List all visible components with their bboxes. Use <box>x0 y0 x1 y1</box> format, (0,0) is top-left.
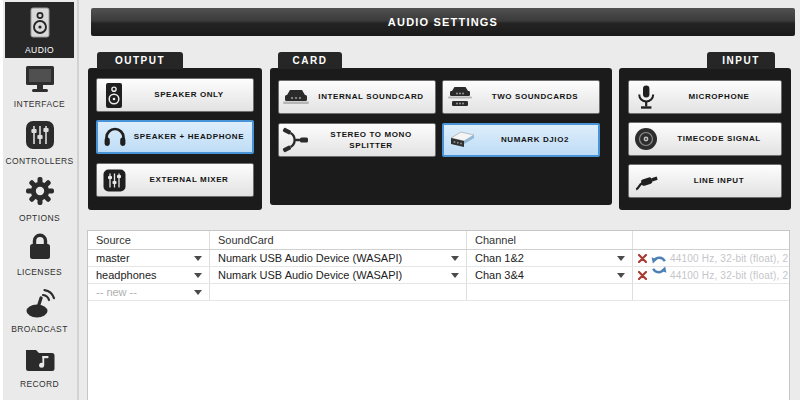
vinyl-icon <box>629 126 663 152</box>
stream-format-text: 44100 Hz, 32-bit (float), 2 <box>670 270 788 281</box>
sidebar-item-label: RECORD <box>20 380 59 389</box>
gear-icon <box>23 174 57 212</box>
table-row-new: -- new -- <box>88 284 789 301</box>
sidebar-item-record[interactable]: RECORD <box>5 338 74 394</box>
chevron-down-icon[interactable] <box>194 273 202 278</box>
sidebar-item-interface[interactable]: INTERFACE <box>5 58 74 114</box>
page-title-text: AUDIO SETTINGS <box>388 16 498 28</box>
line-plug-icon <box>629 170 663 192</box>
settings-sidebar: AUDIO INTERFACE <box>0 0 79 400</box>
delete-row-icon[interactable] <box>638 271 647 280</box>
audio-routing-table: Source SoundCard Channel master Numark U… <box>87 230 790 400</box>
usb-audio-device-icon <box>444 128 478 152</box>
input-panel: MICROPHONE TIMECODE SIGNAL LINE INPUT <box>619 68 791 210</box>
tab-label: OUTPUT <box>115 55 165 66</box>
tab-label: CARD <box>293 55 328 66</box>
table-row: headphones Numark USB Audio Device (WASA… <box>88 267 789 284</box>
stereo-mono-splitter-button[interactable]: STEREO TO MONO SPLITTER <box>278 123 436 157</box>
stream-format-text: 44100 Hz, 32-bit (float), 2 <box>670 253 788 264</box>
button-label: LINE INPUT <box>663 175 781 186</box>
column-header-source: Source <box>88 231 210 249</box>
column-header-soundcard: SoundCard <box>210 231 467 249</box>
table-header-row: Source SoundCard Channel <box>88 231 789 250</box>
channel-select[interactable]: Chan 3&4 <box>467 267 633 283</box>
splitter-cable-icon <box>279 127 313 153</box>
chevron-down-icon[interactable] <box>194 256 202 261</box>
speaker-headphone-button[interactable]: SPEAKER + HEADPHONE <box>96 120 254 154</box>
sliders-icon <box>24 119 56 155</box>
sidebar-item-label: BROADCAST <box>11 325 68 334</box>
sidebar-item-label: CONTROLLERS <box>5 157 73 166</box>
button-label: TIMECODE SIGNAL <box>663 133 781 144</box>
sidebar-item-controllers[interactable]: CONTROLLERS <box>5 114 74 170</box>
source-select[interactable]: headphones <box>88 267 210 283</box>
tab-label: INPUT <box>722 55 760 66</box>
refresh-soundcard-icon[interactable] <box>649 255 669 279</box>
column-header-status <box>633 231 789 249</box>
card-panel: INTERNAL SOUNDCARD TWO SOUNDCARDS STEREO <box>270 68 612 205</box>
new-source-select[interactable]: -- new -- <box>88 284 210 300</box>
column-header-channel: Channel <box>467 231 633 249</box>
internal-soundcard-button[interactable]: INTERNAL SOUNDCARD <box>278 80 436 114</box>
sidebar-item-broadcast[interactable]: BROADCAST <box>5 282 74 338</box>
sidebar-item-label: AUDIO <box>25 46 54 55</box>
soundcard-select[interactable]: Numark USB Audio Device (WASAPI) <box>210 250 467 266</box>
chevron-down-icon[interactable] <box>451 256 459 261</box>
button-label: MICROPHONE <box>663 91 781 102</box>
timecode-signal-button[interactable]: TIMECODE SIGNAL <box>628 122 782 156</box>
delete-row-icon[interactable] <box>638 254 647 263</box>
antenna-icon <box>22 287 58 323</box>
channel-select[interactable]: Chan 1&2 <box>467 250 633 266</box>
microphone-button[interactable]: MICROPHONE <box>628 80 782 114</box>
button-label: INTERNAL SOUNDCARD <box>313 91 435 102</box>
external-mixer-button[interactable]: EXTERNAL MIXER <box>96 163 254 197</box>
sidebar-item-audio[interactable]: AUDIO <box>5 2 74 58</box>
sidebar-item-label: INTERFACE <box>14 100 65 109</box>
sidebar-item-label: OPTIONS <box>19 214 60 223</box>
speaker-icon <box>97 82 131 109</box>
section-tab-input: INPUT <box>707 52 775 69</box>
numark-djio2-button[interactable]: NUMARK DJIO2 <box>442 123 600 157</box>
sidebar-item-options[interactable]: OPTIONS <box>5 170 74 226</box>
folder-music-icon <box>23 344 57 378</box>
soundcard-icon <box>279 86 313 108</box>
lock-icon <box>25 231 55 266</box>
chevron-down-icon[interactable] <box>617 256 625 261</box>
chevron-down-icon[interactable] <box>451 273 459 278</box>
chevron-down-icon[interactable] <box>194 290 202 295</box>
headphones-icon <box>98 126 132 148</box>
chevron-down-icon[interactable] <box>617 273 625 278</box>
button-label: EXTERNAL MIXER <box>131 174 253 185</box>
line-input-button[interactable]: LINE INPUT <box>628 164 782 198</box>
section-tab-card: CARD <box>278 52 342 69</box>
button-label: SPEAKER + HEADPHONE <box>132 131 252 142</box>
page-title: AUDIO SETTINGS <box>91 8 795 36</box>
button-label: TWO SOUNDCARDS <box>477 91 599 102</box>
two-soundcards-icon <box>443 84 477 110</box>
microphone-icon <box>629 84 663 111</box>
button-label: NUMARK DJIO2 <box>478 134 598 145</box>
table-row: master Numark USB Audio Device (WASAPI) … <box>88 250 789 267</box>
button-label: SPEAKER ONLY <box>131 89 253 100</box>
mixer-icon <box>97 168 131 193</box>
section-tab-output: OUTPUT <box>97 52 183 69</box>
output-panel: SPEAKER ONLY SPEAKER + HEADPHONE <box>88 68 262 210</box>
button-label: STEREO TO MONO SPLITTER <box>313 129 435 151</box>
sidebar-item-licenses[interactable]: LICENSES <box>5 226 74 282</box>
speaker-only-button[interactable]: SPEAKER ONLY <box>96 78 254 112</box>
source-select[interactable]: master <box>88 250 210 266</box>
sidebar-item-label: LICENSES <box>17 268 62 277</box>
speaker-icon <box>25 6 55 44</box>
soundcard-select[interactable]: Numark USB Audio Device (WASAPI) <box>210 267 467 283</box>
monitor-icon <box>23 64 57 98</box>
two-soundcards-button[interactable]: TWO SOUNDCARDS <box>442 80 600 114</box>
